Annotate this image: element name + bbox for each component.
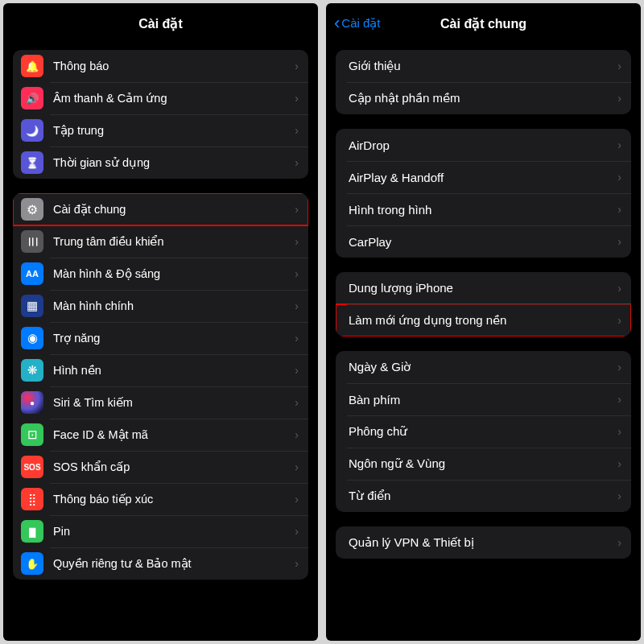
- chevron-right-icon: ›: [295, 332, 299, 344]
- row-general[interactable]: Cài đặt chung ›: [13, 193, 308, 225]
- chevron-right-icon: ›: [295, 125, 299, 136]
- row-control-center[interactable]: Trung tâm điều khiển ›: [13, 225, 308, 258]
- row-label: Làm mới ứng dụng trong nền: [349, 313, 617, 328]
- row-label: Quản lý VPN & Thiết bị: [349, 535, 617, 550]
- row-date-time[interactable]: Ngày & Giờ ›: [336, 351, 631, 383]
- exposure-icon: [21, 488, 43, 510]
- row-label: SOS khẩn cấp: [53, 460, 295, 473]
- chevron-right-icon: ›: [617, 60, 621, 72]
- battery-icon: [21, 520, 43, 543]
- row-label: Trợ năng: [53, 332, 295, 345]
- chevron-right-icon: ›: [617, 394, 621, 405]
- homescreen-icon: [21, 295, 43, 317]
- privacy-icon: [21, 552, 43, 575]
- chevron-right-icon: ›: [295, 300, 299, 312]
- chevron-right-icon: ›: [295, 526, 299, 537]
- row-battery[interactable]: Pin ›: [13, 515, 308, 547]
- chevron-right-icon: ›: [295, 461, 299, 473]
- chevron-right-icon: ›: [617, 171, 621, 183]
- row-faceid[interactable]: Face ID & Mật mã ›: [13, 419, 308, 451]
- chevron-right-icon: ›: [295, 397, 299, 408]
- row-label: Ngôn ngữ & Vùng: [349, 456, 617, 471]
- row-sounds[interactable]: Âm thanh & Cảm ứng ›: [13, 82, 308, 114]
- row-keyboard[interactable]: Bàn phím ›: [336, 383, 631, 415]
- row-focus[interactable]: Tập trung ›: [13, 114, 308, 147]
- settings-group: Ngày & Giờ › Bàn phím › Phông chữ › Ngôn…: [336, 351, 631, 512]
- row-label: Face ID & Mật mã: [53, 428, 295, 441]
- back-label: Cài đặt: [341, 16, 380, 31]
- chevron-right-icon: ›: [617, 283, 621, 294]
- row-label: Cập nhật phần mềm: [349, 91, 617, 105]
- nav-title: Cài đặt: [138, 16, 182, 31]
- row-airdrop[interactable]: AirDrop ›: [336, 129, 631, 161]
- settings-group: Giới thiệu › Cập nhật phần mềm ›: [336, 50, 631, 114]
- chevron-right-icon: ›: [295, 236, 299, 247]
- chevron-left-icon: ‹: [334, 14, 340, 32]
- row-language-region[interactable]: Ngôn ngữ & Vùng ›: [336, 448, 631, 480]
- row-label: Bàn phím: [349, 393, 617, 407]
- row-dictionary[interactable]: Từ điển ›: [336, 480, 631, 512]
- general-list[interactable]: Giới thiệu › Cập nhật phần mềm › AirDrop…: [326, 43, 641, 641]
- chevron-right-icon: ›: [295, 558, 299, 569]
- chevron-right-icon: ›: [295, 60, 299, 72]
- row-label: Pin: [53, 525, 295, 538]
- hourglass-icon: [21, 151, 43, 174]
- row-label: Dung lượng iPhone: [349, 281, 617, 295]
- row-airplay[interactable]: AirPlay & Handoff ›: [336, 161, 631, 193]
- bell-icon: [21, 55, 43, 77]
- row-homescreen[interactable]: Màn hình chính ›: [13, 290, 308, 322]
- row-accessibility[interactable]: Trợ năng ›: [13, 322, 308, 354]
- row-display[interactable]: Màn hình & Độ sáng ›: [13, 258, 308, 290]
- chevron-right-icon: ›: [617, 361, 621, 373]
- control-center-icon: [21, 230, 43, 253]
- back-button[interactable]: ‹ Cài đặt: [334, 14, 381, 32]
- row-pip[interactable]: Hình trong hình ›: [336, 193, 631, 225]
- chevron-right-icon: ›: [295, 268, 299, 279]
- row-screentime[interactable]: Thời gian sử dụng ›: [13, 147, 308, 179]
- row-label: Quyền riêng tư & Bảo mật: [53, 557, 295, 570]
- chevron-right-icon: ›: [617, 93, 621, 104]
- chevron-right-icon: ›: [617, 139, 621, 151]
- chevron-right-icon: ›: [295, 204, 299, 215]
- settings-group: Thông báo › Âm thanh & Cảm ứng › Tập tru…: [13, 50, 308, 179]
- row-label: Thông báo: [53, 60, 295, 72]
- row-notifications[interactable]: Thông báo ›: [13, 50, 308, 82]
- settings-screen-left: Cài đặt Thông báo › Âm thanh & Cảm ứng ›…: [3, 3, 318, 641]
- chevron-right-icon: ›: [295, 157, 299, 168]
- settings-group: Dung lượng iPhone › Làm mới ứng dụng tro…: [336, 272, 631, 336]
- row-label: Phông chữ: [349, 424, 617, 439]
- row-label: CarPlay: [349, 235, 617, 249]
- row-label: Hình nền: [53, 364, 295, 377]
- row-siri[interactable]: Siri & Tìm kiếm ›: [13, 386, 308, 419]
- row-label: Màn hình chính: [53, 299, 295, 312]
- row-background-refresh[interactable]: Làm mới ứng dụng trong nền ›: [336, 304, 631, 336]
- gear-icon: [21, 198, 43, 221]
- row-label: Hình trong hình: [349, 203, 617, 217]
- display-icon: [21, 262, 43, 285]
- row-software-update[interactable]: Cập nhật phần mềm ›: [336, 82, 631, 114]
- row-label: Giới thiệu: [349, 59, 617, 73]
- chevron-right-icon: ›: [617, 458, 621, 469]
- row-fonts[interactable]: Phông chữ ›: [336, 415, 631, 448]
- row-label: Thông báo tiếp xúc: [53, 493, 295, 506]
- chevron-right-icon: ›: [617, 490, 621, 502]
- row-label: Từ điển: [349, 489, 617, 503]
- row-wallpaper[interactable]: Hình nền ›: [13, 354, 308, 386]
- row-sos[interactable]: SOS SOS khẩn cấp ›: [13, 451, 308, 483]
- settings-list[interactable]: Thông báo › Âm thanh & Cảm ứng › Tập tru…: [3, 43, 318, 641]
- chevron-right-icon: ›: [617, 204, 621, 215]
- row-label: Tập trung: [53, 124, 295, 137]
- sos-icon: SOS: [21, 456, 43, 478]
- chevron-right-icon: ›: [617, 426, 621, 437]
- row-carplay[interactable]: CarPlay ›: [336, 225, 631, 258]
- settings-group: Cài đặt chung › Trung tâm điều khiển › M…: [13, 193, 308, 580]
- row-about[interactable]: Giới thiệu ›: [336, 50, 631, 82]
- chevron-right-icon: ›: [617, 236, 621, 247]
- row-vpn-device[interactable]: Quản lý VPN & Thiết bị ›: [336, 526, 631, 559]
- row-storage[interactable]: Dung lượng iPhone ›: [336, 272, 631, 304]
- chevron-right-icon: ›: [295, 93, 299, 104]
- row-exposure[interactable]: Thông báo tiếp xúc ›: [13, 483, 308, 515]
- settings-group: Quản lý VPN & Thiết bị ›: [336, 526, 631, 559]
- row-label: AirDrop: [349, 138, 617, 152]
- row-privacy[interactable]: Quyền riêng tư & Bảo mật ›: [13, 547, 308, 580]
